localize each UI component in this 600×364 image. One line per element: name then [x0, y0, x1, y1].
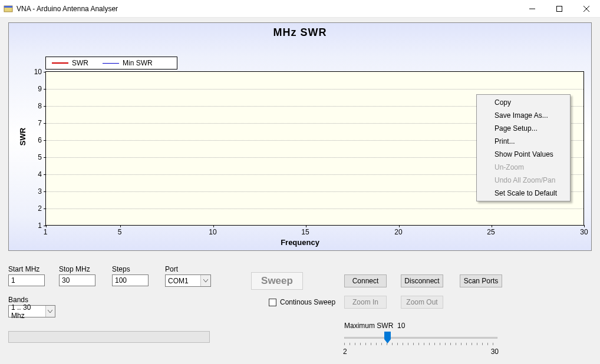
ytick: 7	[28, 119, 42, 127]
maximize-button[interactable]	[546, 0, 573, 17]
sweep-button[interactable]: Sweep	[251, 272, 303, 290]
slider-track	[344, 337, 497, 339]
zoom-in-button: Zoom In	[344, 296, 387, 309]
slider-max-label: 30	[491, 348, 499, 356]
chart-title: MHz SWR	[9, 27, 591, 39]
svg-marker-6	[384, 332, 391, 343]
label-stop-mhz: Stop MHz	[59, 265, 90, 273]
label-start-mhz: Start MHz	[8, 265, 39, 273]
continuous-sweep-checkbox[interactable]: Continous Sweep	[269, 298, 335, 306]
chart-ylabel: SWR	[18, 128, 27, 145]
ytick: 6	[28, 136, 42, 144]
disconnect-button-label: Disconnect	[404, 277, 439, 285]
label-max-swr: Maximum SWR 10	[344, 322, 405, 330]
xtick: 15	[296, 228, 314, 236]
ytick: 9	[28, 85, 42, 93]
xtick: 5	[111, 228, 128, 236]
chart-context-menu: Copy Save Image As... Page Setup... Prin…	[476, 94, 571, 201]
start-mhz-input[interactable]	[8, 274, 45, 286]
label-port: Port	[165, 265, 178, 273]
menu-item-unzoom: Un-Zoom	[478, 161, 569, 174]
window-title: VNA - Arduino Antenna Analyser	[17, 5, 519, 13]
menu-item-save-image[interactable]: Save Image As...	[478, 109, 569, 122]
checkbox-box	[269, 299, 276, 306]
svg-rect-3	[557, 6, 562, 11]
app-icon	[4, 4, 13, 14]
scan-ports-button-label: Scan Ports	[464, 277, 499, 285]
scan-ports-button[interactable]: Scan Ports	[460, 274, 502, 287]
menu-item-page-setup[interactable]: Page Setup...	[478, 122, 569, 135]
window-buttons	[519, 0, 600, 17]
xtick: 1	[37, 228, 54, 236]
continuous-sweep-label: Continous Sweep	[280, 298, 335, 306]
ytick: 4	[28, 170, 42, 178]
slider-min-label: 2	[343, 348, 347, 356]
xtick: 25	[482, 228, 500, 236]
xtick: 10	[204, 228, 222, 236]
legend-label-swr: SWR	[72, 59, 88, 67]
title-bar: VNA - Arduino Antenna Analyser	[0, 0, 600, 18]
connect-button[interactable]: Connect	[344, 274, 387, 287]
client-area: MHz SWR SWR Min SWR SWR Frequency 10 9 8…	[0, 18, 600, 364]
menu-item-set-scale-default[interactable]: Set Scale to Default	[478, 187, 569, 200]
menu-item-print[interactable]: Print...	[478, 135, 569, 148]
ytick: 2	[28, 204, 42, 213]
legend-label-minswr: Min SWR	[123, 59, 153, 67]
minimize-button[interactable]	[519, 0, 546, 17]
close-button[interactable]	[573, 0, 600, 17]
bands-combo[interactable]: 1 .. 30 Mhz	[8, 305, 55, 317]
svg-rect-1	[4, 6, 12, 8]
menu-item-copy[interactable]: Copy	[478, 96, 569, 109]
sweep-button-label: Sweep	[261, 275, 293, 287]
slider-thumb[interactable]	[384, 332, 391, 343]
label-steps: Steps	[112, 265, 130, 273]
stop-mhz-input[interactable]	[59, 274, 95, 286]
ytick: 3	[28, 187, 42, 196]
chevron-down-icon	[45, 306, 55, 317]
ytick: 10	[28, 68, 42, 76]
xtick: 30	[575, 228, 593, 236]
legend-swatch-swr	[52, 62, 68, 64]
xtick: 20	[390, 228, 407, 236]
port-combo-value: COM1	[168, 277, 189, 285]
ytick: 5	[28, 153, 42, 161]
menu-item-undo-zoom-pan: Undo All Zoom/Pan	[478, 174, 569, 187]
disconnect-button[interactable]: Disconnect	[401, 274, 443, 287]
menu-item-show-point-values[interactable]: Show Point Values	[478, 148, 569, 161]
zoom-out-button-label: Zoom Out	[406, 298, 437, 306]
chart-xlabel: Frequency	[9, 238, 591, 247]
zoom-in-button-label: Zoom In	[352, 298, 378, 306]
chart-legend: SWR Min SWR	[45, 57, 177, 70]
port-combo[interactable]: COM1	[165, 274, 211, 287]
zoom-out-button: Zoom Out	[401, 296, 443, 309]
legend-swatch-minswr	[103, 63, 119, 64]
chevron-down-icon	[200, 275, 210, 286]
max-swr-slider[interactable]: 2 30	[344, 330, 497, 357]
bands-combo-value: 1 .. 30 Mhz	[11, 303, 45, 320]
steps-input[interactable]	[112, 274, 149, 286]
ytick: 8	[28, 102, 42, 110]
progress-bar	[8, 331, 210, 343]
connect-button-label: Connect	[352, 277, 379, 285]
